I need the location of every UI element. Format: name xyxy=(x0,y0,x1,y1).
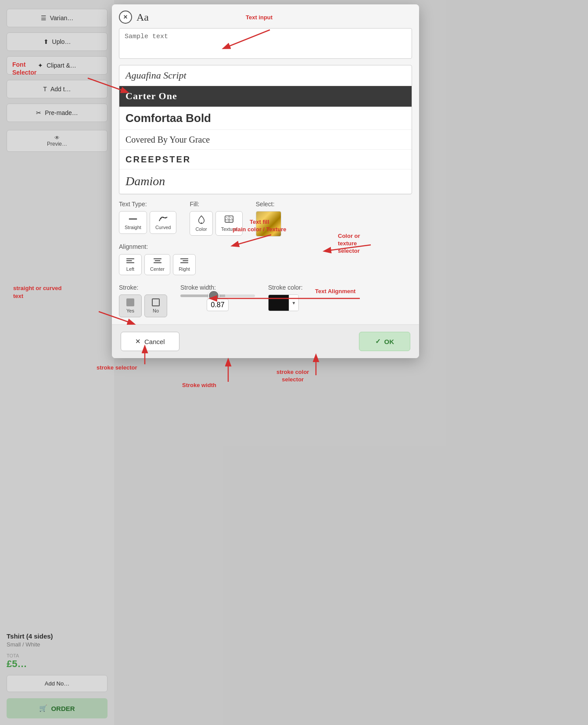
svg-point-1 xyxy=(160,218,161,219)
text-input[interactable]: Sample text xyxy=(119,28,412,59)
font-item-creepster[interactable]: CREEPSTER xyxy=(119,150,412,169)
ok-button[interactable]: ✓ OK xyxy=(359,332,411,351)
align-right-icon xyxy=(179,258,189,265)
font-item-comfortaa[interactable]: Comfortaa Bold xyxy=(119,107,412,130)
fill-buttons: Color Texture xyxy=(190,211,242,236)
font-item-carter[interactable]: Carter One xyxy=(119,86,412,107)
select-label: Select: xyxy=(256,201,281,208)
fill-group: Fill: Color Texture xyxy=(190,201,242,236)
font-item-damion[interactable]: Damion xyxy=(119,169,412,194)
align-right-button[interactable]: Right xyxy=(173,254,196,275)
font-list[interactable]: Aguafina Script Carter One Comfortaa Bol… xyxy=(119,65,412,194)
color-fill-button[interactable]: Color xyxy=(190,211,212,236)
text-type-group: Text Type: Straight Curved xyxy=(119,201,176,234)
stroke-width-slider-wrapper: 0.87 xyxy=(180,294,255,311)
font-item-aguafina[interactable]: Aguafina Script xyxy=(119,65,412,86)
stroke-yes-icon xyxy=(126,298,134,306)
straight-button[interactable]: Straight xyxy=(119,211,147,234)
curved-button[interactable]: Curved xyxy=(150,211,176,234)
alignment-section: Alignment: Left Center xyxy=(112,241,419,280)
stroke-width-value: 0.87 xyxy=(207,299,228,311)
svg-point-3 xyxy=(165,217,166,219)
texture-fill-button[interactable]: Texture xyxy=(215,211,243,236)
ok-icon: ✓ xyxy=(375,337,381,345)
stroke-no-icon xyxy=(152,298,160,306)
color-icon xyxy=(197,215,206,225)
stroke-color-picker[interactable]: ▼ xyxy=(268,294,299,311)
modal-footer: ✕ Cancel ✓ OK xyxy=(112,324,419,358)
stroke-group: Stroke: Yes No xyxy=(119,284,167,317)
stroke-buttons: Yes No xyxy=(119,294,167,317)
alignment-label: Alignment: xyxy=(119,243,148,250)
stroke-color-dropdown-icon: ▼ xyxy=(289,295,298,311)
text-editor-modal: × Aa Sample text Aguafina Script Carter … xyxy=(112,4,419,358)
cancel-icon: ✕ xyxy=(135,337,141,345)
align-left-button[interactable]: Left xyxy=(119,254,142,275)
stroke-color-swatch xyxy=(269,295,289,311)
fill-label: Fill: xyxy=(190,201,242,208)
close-icon: × xyxy=(123,13,127,21)
stroke-yes-button[interactable]: Yes xyxy=(119,294,142,317)
svg-point-2 xyxy=(162,217,164,218)
stroke-color-group: Stroke color: ▼ xyxy=(268,284,303,311)
text-type-buttons: Straight Curved xyxy=(119,211,176,234)
curved-icon xyxy=(158,215,168,223)
text-type-label: Text Type: xyxy=(119,201,176,208)
align-left-icon xyxy=(125,258,135,265)
font-item-covered[interactable]: Covered By Your Grace xyxy=(119,130,412,150)
select-group: Select: xyxy=(256,201,281,237)
modal-header: × Aa xyxy=(112,4,419,24)
stroke-color-label: Stroke color: xyxy=(268,284,303,291)
stroke-width-group: Stroke width: 0.87 xyxy=(180,284,255,311)
stroke-width-slider[interactable] xyxy=(180,294,255,297)
straight-icon xyxy=(128,215,138,223)
close-button[interactable]: × xyxy=(119,11,132,24)
alignment-buttons: Left Center Right xyxy=(119,254,412,275)
align-center-button[interactable]: Center xyxy=(144,254,170,275)
stroke-label: Stroke: xyxy=(119,284,167,291)
modal-title: Aa xyxy=(136,11,149,23)
text-input-section: Sample text xyxy=(112,24,419,65)
controls-section: Text Type: Straight Curved xyxy=(112,194,419,241)
cancel-button[interactable]: ✕ Cancel xyxy=(121,332,179,351)
texture-swatch[interactable] xyxy=(256,211,281,237)
stroke-no-button[interactable]: No xyxy=(144,294,167,317)
texture-icon xyxy=(224,215,234,225)
stroke-section: Stroke: Yes No Stroke width: 0.87 xyxy=(112,280,419,324)
align-center-icon xyxy=(153,258,162,265)
